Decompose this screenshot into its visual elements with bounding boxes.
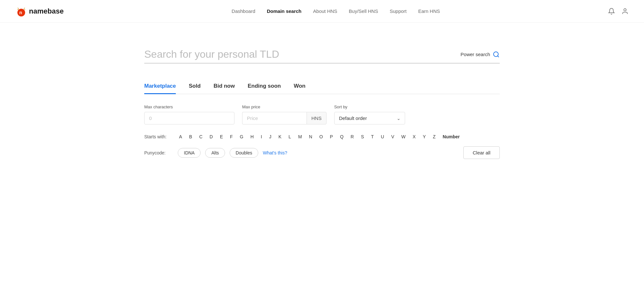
sort-select[interactable]: Default order <box>334 112 405 124</box>
search-input[interactable] <box>144 48 460 60</box>
letter-number[interactable]: Number <box>441 133 461 140</box>
nav-earn-hns[interactable]: Earn HNS <box>418 8 440 14</box>
letter-P[interactable]: P <box>329 133 334 140</box>
header-icons <box>608 8 629 15</box>
letter-J[interactable]: J <box>268 133 273 140</box>
max-characters-input[interactable] <box>144 112 234 124</box>
letter-S[interactable]: S <box>360 133 365 140</box>
punycode-doubles-btn[interactable]: Doubles <box>230 148 258 158</box>
tab-won[interactable]: Won <box>294 83 306 94</box>
max-price-group: Max price HNS <box>242 104 327 124</box>
search-bar-wrapper: Power search <box>144 48 500 64</box>
letter-T[interactable]: T <box>370 133 375 140</box>
letter-X[interactable]: X <box>412 133 417 140</box>
punycode-idna-btn[interactable]: IDNA <box>178 148 201 158</box>
letter-D[interactable]: D <box>208 133 214 140</box>
max-price-label: Max price <box>242 104 327 109</box>
tab-ending-soon[interactable]: Ending soon <box>248 83 281 94</box>
header: n namebase Dashboard Domain search About… <box>0 0 644 23</box>
letter-H[interactable]: H <box>249 133 255 140</box>
user-icon <box>621 8 629 15</box>
logo-text: namebase <box>29 7 64 15</box>
letter-R[interactable]: R <box>349 133 355 140</box>
max-characters-group: Max characters <box>144 104 234 124</box>
max-price-input[interactable] <box>242 112 307 124</box>
letter-I[interactable]: I <box>260 133 263 140</box>
notifications-button[interactable] <box>608 8 615 15</box>
nav-about-hns[interactable]: About HNS <box>313 8 337 14</box>
power-search-label: Power search <box>460 52 490 57</box>
power-search-button[interactable]: Power search <box>460 51 500 58</box>
svg-point-3 <box>494 52 498 56</box>
letter-Q[interactable]: Q <box>339 133 345 140</box>
letter-Z[interactable]: Z <box>431 133 437 140</box>
letter-N[interactable]: N <box>308 133 314 140</box>
sort-by-group: Sort by Default order ⌄ <box>334 104 405 124</box>
filters-row: Max characters Max price HNS Sort by Def… <box>144 104 500 124</box>
letter-L[interactable]: L <box>287 133 292 140</box>
user-button[interactable] <box>621 8 629 15</box>
logo-icon: n <box>15 5 27 17</box>
max-characters-label: Max characters <box>144 104 234 109</box>
clear-all-button[interactable]: Clear all <box>463 146 500 159</box>
sort-by-label: Sort by <box>334 104 405 109</box>
nav-buy-sell-hns[interactable]: Buy/Sell HNS <box>349 8 378 14</box>
search-section: Power search <box>144 48 500 64</box>
letter-E[interactable]: E <box>219 133 224 140</box>
tab-sold[interactable]: Sold <box>189 83 201 94</box>
main-nav: Dashboard Domain search About HNS Buy/Se… <box>232 8 440 14</box>
main-content: Power search Marketplace Sold Bid now En… <box>129 23 515 172</box>
punycode-alts-btn[interactable]: Alts <box>205 148 225 158</box>
starts-with-label: Starts with: <box>144 134 173 139</box>
letter-O[interactable]: O <box>318 133 324 140</box>
svg-text:n: n <box>19 10 22 15</box>
letter-A[interactable]: A <box>178 133 183 140</box>
tab-bid-now[interactable]: Bid now <box>213 83 235 94</box>
bell-icon <box>608 8 615 15</box>
letter-K[interactable]: K <box>277 133 283 140</box>
letter-Y[interactable]: Y <box>421 133 427 140</box>
sort-select-wrapper: Default order ⌄ <box>334 112 405 124</box>
letter-V[interactable]: V <box>390 133 395 140</box>
punycode-label: Punycode: <box>144 150 173 155</box>
letter-W[interactable]: W <box>400 133 407 140</box>
tabs: Marketplace Sold Bid now Ending soon Won <box>144 83 500 94</box>
letter-C[interactable]: C <box>198 133 204 140</box>
nav-support[interactable]: Support <box>390 8 407 14</box>
letter-B[interactable]: B <box>188 133 193 140</box>
starts-with-row: Starts with: A B C D E F G H I J K L M N… <box>144 133 500 140</box>
punycode-row: Punycode: IDNA Alts Doubles What's this?… <box>144 146 500 159</box>
letter-G[interactable]: G <box>239 133 245 140</box>
tab-marketplace[interactable]: Marketplace <box>144 83 176 94</box>
price-input-group: HNS <box>242 112 327 124</box>
price-currency: HNS <box>307 112 327 124</box>
letter-U[interactable]: U <box>380 133 385 140</box>
svg-point-2 <box>624 8 626 11</box>
search-icon <box>493 51 500 58</box>
nav-domain-search[interactable]: Domain search <box>267 8 302 14</box>
whats-this-link[interactable]: What's this? <box>263 150 287 155</box>
letter-F[interactable]: F <box>229 133 234 140</box>
letter-M[interactable]: M <box>297 133 303 140</box>
nav-dashboard[interactable]: Dashboard <box>232 8 255 14</box>
logo[interactable]: n namebase <box>15 5 64 17</box>
